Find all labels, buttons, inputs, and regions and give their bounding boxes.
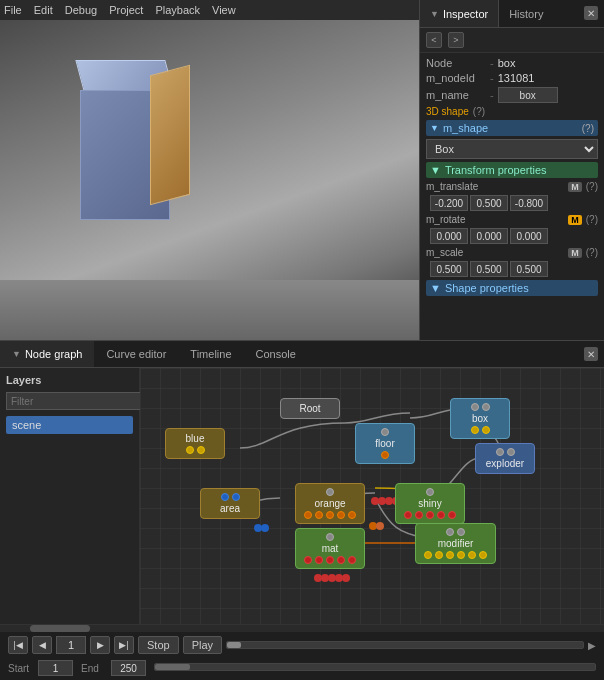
connector-r — [304, 556, 312, 564]
connector-r5 — [348, 556, 356, 564]
tab-curve-editor[interactable]: Curve editor — [94, 341, 178, 367]
orange-connectors-bot — [304, 511, 356, 519]
nodeid-label: m_nodeId — [426, 72, 486, 84]
filter-input[interactable] — [6, 392, 143, 410]
last-frame-button[interactable]: ▶| — [114, 636, 134, 654]
controls-row: |◀ ◀ ▶ ▶| Stop Play ▶ — [0, 632, 604, 658]
connector-top2 — [482, 403, 490, 411]
nav-forward-button[interactable]: > — [448, 32, 464, 48]
timeline-range[interactable] — [154, 663, 596, 671]
connector-top2 — [507, 448, 515, 456]
menu-view[interactable]: View — [212, 4, 236, 16]
translate-z[interactable] — [510, 195, 548, 211]
nav-back-button[interactable]: < — [426, 32, 442, 48]
scale-z[interactable] — [510, 261, 548, 277]
shape-props-header[interactable]: ▼ Shape properties — [426, 280, 598, 296]
translate-row: m_translate M (?) — [426, 181, 598, 192]
connector-top — [326, 488, 334, 496]
end-input[interactable] — [111, 660, 146, 676]
close-button[interactable]: ✕ — [584, 6, 598, 20]
tab-node-graph[interactable]: ▼ Node graph — [0, 341, 94, 367]
transform-triangle: ▼ — [430, 164, 441, 176]
node-exploder[interactable]: exploder — [475, 443, 535, 474]
connector-blue — [221, 493, 229, 501]
rotate-x[interactable] — [430, 228, 468, 244]
svg-point-18 — [335, 574, 343, 582]
play-button[interactable]: Play — [183, 636, 222, 654]
connector-r5 — [448, 511, 456, 519]
menu-debug[interactable]: Debug — [65, 4, 97, 16]
modifier-connectors-bot — [424, 551, 487, 559]
connector-blue2 — [232, 493, 240, 501]
menu-edit[interactable]: Edit — [34, 4, 53, 16]
transform-section-header[interactable]: ▼ Transform properties — [426, 162, 598, 178]
node-root[interactable]: Root — [280, 398, 340, 419]
node-box[interactable]: box — [450, 398, 510, 439]
rotate-hint: (?) — [586, 214, 598, 225]
translate-m-badge: M — [568, 182, 582, 192]
connector-r4 — [437, 511, 445, 519]
viewport[interactable]: File Edit Debug Project Playback View — [0, 0, 419, 340]
menu-file[interactable]: File — [4, 4, 22, 16]
connector-o4 — [337, 511, 345, 519]
start-input[interactable] — [38, 660, 73, 676]
rotate-z[interactable] — [510, 228, 548, 244]
top-area: File Edit Debug Project Playback View ▼ … — [0, 0, 604, 340]
tab-timeline[interactable]: Timeline — [178, 341, 243, 367]
mshape-hint: (?) — [582, 123, 594, 134]
tab-console[interactable]: Console — [244, 341, 308, 367]
connector-yellow2 — [197, 446, 205, 454]
viewport-scene — [0, 20, 419, 340]
node-label: Node — [426, 57, 486, 69]
node-blue[interactable]: blue — [165, 428, 225, 459]
node-modifier[interactable]: modifier — [415, 523, 496, 564]
rotate-y[interactable] — [470, 228, 508, 244]
stop-button[interactable]: Stop — [138, 636, 179, 654]
scale-y[interactable] — [470, 261, 508, 277]
tab-history[interactable]: History — [499, 0, 553, 27]
mshape-section-header[interactable]: ▼ m_shape (?) — [426, 120, 598, 136]
shape-select-row: Box — [426, 139, 598, 159]
node-mat[interactable]: mat — [295, 528, 365, 569]
svg-point-15 — [314, 574, 322, 582]
translate-x[interactable] — [430, 195, 468, 211]
connector-y2 — [482, 426, 490, 434]
svg-point-2 — [385, 497, 393, 505]
node-canvas[interactable]: Root blue floor — [140, 368, 604, 624]
timeline-track[interactable] — [226, 641, 584, 649]
first-frame-button[interactable]: |◀ — [8, 636, 28, 654]
name-label: m_name — [426, 89, 486, 101]
connector-top — [496, 448, 504, 456]
filter-row: C — [6, 392, 133, 410]
panel-tabs: ▼ Inspector History ✕ — [420, 0, 604, 28]
node-orange[interactable]: orange — [295, 483, 365, 524]
node-area[interactable]: area — [200, 488, 260, 519]
layer-scene[interactable]: scene — [6, 416, 133, 434]
shiny-connectors-top — [404, 488, 456, 496]
scrollbar-thumb[interactable] — [30, 625, 90, 632]
rotate-nums — [426, 228, 598, 244]
scale-x[interactable] — [430, 261, 468, 277]
menu-project[interactable]: Project — [109, 4, 143, 16]
start-label: Start — [8, 663, 36, 674]
svg-point-16 — [321, 574, 329, 582]
scale-hint: (?) — [586, 247, 598, 258]
connector-top — [426, 488, 434, 496]
translate-y[interactable] — [470, 195, 508, 211]
horizontal-scrollbar[interactable] — [0, 624, 604, 632]
tab-inspector[interactable]: ▼ Inspector — [420, 0, 499, 27]
bottom-close-button[interactable]: ✕ — [584, 347, 598, 361]
shape3d-label: 3D shape — [426, 106, 469, 117]
bottom-tabs: ▼ Node graph Curve editor Timeline Conso… — [0, 340, 604, 368]
node-floor[interactable]: floor — [355, 423, 415, 464]
svg-point-7 — [369, 522, 377, 530]
menu-playback[interactable]: Playback — [155, 4, 200, 16]
next-frame-button[interactable]: ▶ — [90, 636, 110, 654]
node-shiny[interactable]: shiny — [395, 483, 465, 524]
name-input[interactable] — [498, 87, 558, 103]
viewport-menu: File Edit Debug Project Playback View — [0, 0, 419, 20]
connector-r4 — [337, 556, 345, 564]
frame-input[interactable] — [56, 636, 86, 654]
prev-frame-button[interactable]: ◀ — [32, 636, 52, 654]
shape-select[interactable]: Box — [426, 139, 598, 159]
